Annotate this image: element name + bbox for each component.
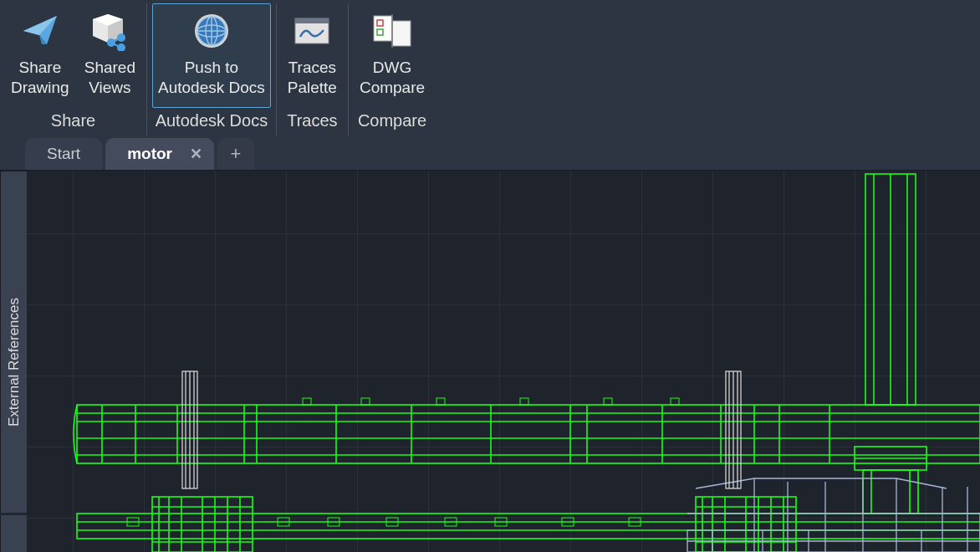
ribbon-panel-share: Share Drawing Shared Views Shar	[0, 3, 147, 135]
traces-palette-label: Traces Palette	[288, 58, 337, 98]
shared-views-label: Shared Views	[84, 58, 135, 98]
push-to-docs-label: Push to Autodesk Docs	[158, 58, 265, 98]
svg-rect-35	[77, 514, 980, 539]
traces-palette-button[interactable]: Traces Palette	[282, 3, 343, 108]
add-tab-button[interactable]: +	[217, 138, 254, 170]
compare-icon	[370, 9, 414, 53]
ribbon-panel-autodesk-docs: Push to Autodesk Docs Autodesk Docs	[147, 3, 277, 135]
tab-start-label: Start	[47, 145, 80, 163]
paper-plane-icon	[18, 9, 62, 53]
document-tab-bar: Start motor ✕ +	[0, 135, 980, 171]
trace-icon	[290, 9, 334, 53]
dwg-compare-label: DWG Compare	[360, 58, 425, 98]
globe-icon	[190, 9, 233, 53]
palette-separator	[0, 513, 27, 515]
panel-title-share: Share	[51, 108, 95, 135]
main-area: External References	[0, 171, 980, 552]
tab-start[interactable]: Start	[25, 138, 102, 170]
external-references-palette[interactable]: External References	[0, 171, 27, 552]
share-drawing-button[interactable]: Share Drawing	[5, 3, 75, 108]
svg-rect-78	[520, 398, 528, 405]
svg-rect-77	[436, 398, 445, 405]
svg-rect-76	[361, 398, 370, 405]
dwg-compare-button[interactable]: DWG Compare	[354, 3, 431, 108]
ribbon: Share Drawing Shared Views Shar	[0, 0, 980, 135]
svg-rect-11	[392, 21, 411, 46]
panel-title-autodesk-docs: Autodesk Docs	[156, 108, 268, 135]
cube-share-icon	[88, 9, 131, 53]
svg-rect-9	[295, 18, 329, 23]
close-icon[interactable]: ✕	[190, 145, 202, 163]
share-drawing-label: Share Drawing	[11, 58, 69, 98]
svg-rect-79	[604, 398, 612, 405]
svg-rect-80	[671, 398, 679, 405]
drawing-canvas[interactable]	[27, 171, 980, 552]
panel-title-compare: Compare	[358, 108, 426, 135]
tab-motor-label: motor	[127, 145, 172, 163]
push-to-autodesk-docs-button[interactable]: Push to Autodesk Docs	[152, 3, 271, 108]
ribbon-panel-traces: Traces Palette Traces	[277, 3, 349, 135]
panel-title-traces: Traces	[287, 108, 337, 135]
external-references-title: External References	[6, 297, 23, 426]
svg-rect-75	[303, 398, 311, 405]
ribbon-panel-compare: DWG Compare Compare	[349, 3, 436, 135]
wireframe-drawing	[27, 171, 980, 552]
plus-icon: +	[231, 143, 242, 165]
tab-motor[interactable]: motor ✕	[105, 138, 214, 170]
shared-views-button[interactable]: Shared Views	[79, 3, 141, 108]
